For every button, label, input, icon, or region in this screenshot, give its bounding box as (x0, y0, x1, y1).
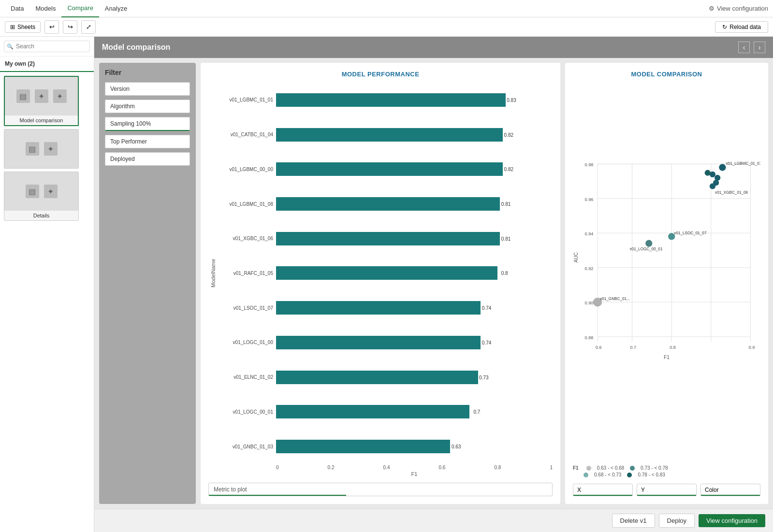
bar-value: 0.63 (452, 444, 461, 449)
bar-track: 0.83 (276, 93, 553, 107)
model-performance-title: MODEL PERFORMANCE (208, 71, 553, 78)
bar-label: v01_ELNC_01_02 (220, 374, 273, 380)
sheet-label: Model comparison (5, 115, 78, 125)
bar-track: 0.73 (276, 371, 553, 384)
bar-track: 0.82 (276, 162, 553, 176)
bar-chart-area: ModelName v01_LGBMC_01_010.83v01_CATBC_0… (208, 84, 553, 477)
sheet-icon-2a: ▤ (26, 142, 39, 156)
sheets-icon: ⊞ (10, 24, 15, 30)
metric-to-plot[interactable]: Metric to plot (208, 483, 553, 496)
toolbar-expand-btn[interactable]: ⤢ (81, 20, 96, 34)
x-tick: 0.6 (439, 465, 446, 470)
sheet-label-details: Details (4, 211, 78, 220)
sheet-icon-left: ▤ (16, 89, 30, 103)
sheet-thumb-details[interactable]: ▤ ✦ Details (4, 172, 79, 221)
legend-area: F1 0.63 - < 0.68 0.73 - < 0.78 0.68 - < … (573, 465, 760, 479)
axis-color-ctrl[interactable]: Color (700, 484, 760, 496)
svg-text:0.7: 0.7 (630, 345, 636, 350)
legend-dot-1 (586, 466, 591, 471)
top-nav: Data Models Compare Analyze ⚙ View confi… (0, 0, 773, 17)
point-logc0001[interactable] (645, 240, 652, 247)
delete-v1-btn[interactable]: Delete v1 (612, 514, 655, 528)
filter-deployed[interactable]: Deployed (105, 152, 190, 166)
legend-range-1: 0.63 - < 0.68 (597, 465, 624, 471)
filter-algorithm[interactable]: Algorithm (105, 100, 190, 113)
axis-x-ctrl[interactable]: X (573, 484, 633, 496)
axis-y-ctrl[interactable]: Y (637, 484, 697, 496)
reload-data-btn[interactable]: ↻ Reload data (715, 21, 768, 33)
toolbar-forward-btn[interactable]: ↪ (63, 20, 77, 34)
bar-fill: 0.73 (276, 371, 478, 384)
bar-track: 0.7 (276, 405, 553, 418)
bar-label: v01_LGBMC_01_08 (220, 201, 273, 207)
legend-range-3: 0.73 - < 0.78 (641, 465, 668, 471)
bar-label: v01_GNBC_01_03 (220, 444, 273, 449)
filter-version[interactable]: Version (105, 82, 190, 96)
filter-title: Filter (105, 69, 190, 76)
bar-fill: 0.82 (276, 162, 503, 176)
filter-sampling[interactable]: Sampling 100% (105, 117, 190, 131)
sheet-thumb-model-comparison[interactable]: ▤ ✦ ✦ Model comparison (4, 76, 79, 126)
x-tick: 0.8 (494, 465, 501, 470)
nav-analyze[interactable]: Analyze (99, 0, 133, 17)
sidebar-section-title: My own (2) (0, 57, 94, 72)
reload-icon: ↻ (722, 24, 727, 30)
view-config-bottom-btn[interactable]: View configuration (699, 514, 765, 527)
sidebar-sheets: ▤ ✦ ✦ Model comparison ▤ ✦ ▤ ✦ Details (0, 72, 94, 225)
nav-models[interactable]: Models (29, 0, 61, 17)
svg-text:AUC: AUC (573, 252, 579, 263)
point-xgbc0106[interactable] (710, 183, 715, 189)
inner-layout: Filter Version Algorithm Sampling 100% T… (94, 58, 773, 509)
svg-text:0.6: 0.6 (596, 345, 602, 350)
bar-row: v01_GNBC_01_030.63 (220, 440, 553, 453)
svg-text:v01_LOGC_00_01: v01_LOGC_00_01 (629, 247, 662, 251)
nav-next-btn[interactable]: › (754, 42, 765, 53)
bar-label: v01_LGBMC_01_01 (220, 97, 273, 102)
legend-dot-2 (583, 473, 588, 477)
svg-text:v01_XGBC_01_06: v01_XGBC_01_06 (715, 190, 748, 195)
sheet-thumb-2[interactable]: ▤ ✦ (4, 129, 79, 169)
sheet-icon-3a: ▤ (26, 185, 39, 198)
toolbar-back-btn[interactable]: ↩ (44, 20, 59, 34)
bar-value: 0.74 (482, 305, 491, 311)
bar-fill: 0.74 (276, 301, 481, 315)
bar-label: v01_LGBMC_00_00 (220, 167, 273, 172)
svg-text:0.8: 0.8 (670, 345, 676, 350)
legend-range-2: 0.68 - < 0.73 (594, 472, 621, 477)
nav-compare[interactable]: Compare (61, 0, 99, 17)
bar-track: 0.82 (276, 128, 553, 142)
bar-row: v01_ELNC_01_020.73 (220, 371, 553, 384)
nav-data[interactable]: Data (5, 0, 29, 17)
bar-value: 0.8 (501, 271, 508, 276)
deploy-btn[interactable]: Deploy (659, 514, 695, 528)
bar-value: 0.82 (504, 132, 513, 137)
bar-track: 0.81 (276, 232, 553, 245)
nav-prev-btn[interactable]: ‹ (738, 42, 750, 53)
model-comparison-title: MODEL COMPARISON (573, 71, 760, 78)
bar-label: v01_CATBC_01_04 (220, 132, 273, 137)
content-area: Model comparison ‹ › Filter Version Algo… (94, 37, 773, 532)
sidebar-search-area: 🔍 (0, 37, 94, 57)
bar-label: v01_XGBC_01_06 (220, 236, 273, 241)
bar-row: v01_LOGC_00_010.7 (220, 405, 553, 418)
page-header: Model comparison ‹ › (94, 37, 773, 58)
legend-range-4: 0.78 - < 0.83 (638, 472, 665, 477)
bar-fill: 0.74 (276, 336, 481, 349)
bar-row: v01_LOGC_01_000.74 (220, 336, 553, 349)
scatter-area: 0.98 0.96 0.94 0.92 0.90 0.88 AUC (573, 84, 760, 461)
search-input[interactable] (4, 41, 90, 52)
legend-title: F1 (573, 465, 579, 471)
sheet-icon-puzzle: ✦ (35, 89, 48, 103)
filter-panel: Filter Version Algorithm Sampling 100% T… (99, 63, 196, 504)
view-configuration-btn[interactable]: ⚙ View configuration (709, 5, 768, 12)
axis-controls: X Y Color (573, 484, 760, 496)
svg-text:0.94: 0.94 (585, 231, 594, 236)
point-lgbmc0101[interactable] (719, 164, 726, 171)
point-rafc0105[interactable] (705, 170, 711, 176)
model-performance-panel: MODEL PERFORMANCE ModelName v01_LGBMC_01… (201, 63, 560, 504)
svg-text:0.90: 0.90 (585, 301, 594, 305)
sheets-button[interactable]: ⊞ Sheets (5, 21, 41, 33)
x-tick: 0 (276, 465, 279, 470)
sidebar: 🔍 My own (2) ▤ ✦ ✦ Model comparison ▤ ✦ (0, 37, 94, 532)
filter-top-performer[interactable]: Top Performer (105, 135, 190, 148)
